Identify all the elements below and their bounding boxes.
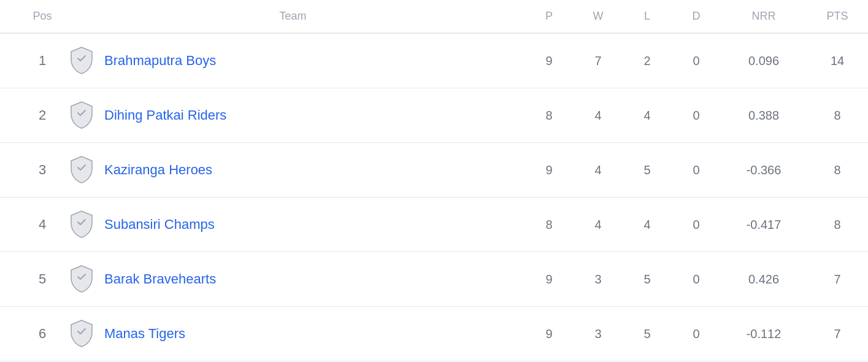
cell-w: 3 bbox=[574, 307, 623, 361]
team-name-link[interactable]: Dihing Patkai Riders bbox=[104, 107, 226, 123]
cell-l: 5 bbox=[623, 307, 672, 361]
cell-d: 0 bbox=[672, 307, 721, 361]
cell-team: Dihing Patkai Riders bbox=[61, 88, 524, 143]
cell-nrr: 0.096 bbox=[721, 33, 807, 88]
cell-pts: 7 bbox=[807, 307, 868, 361]
cell-d: 0 bbox=[672, 33, 721, 88]
cell-pos: 4 bbox=[0, 198, 61, 252]
cell-pos: 1 bbox=[0, 33, 61, 88]
cell-nrr: -0.417 bbox=[721, 198, 807, 252]
cell-l: 4 bbox=[623, 198, 672, 252]
cell-p: 9 bbox=[524, 307, 574, 361]
table-row: 2 Dihing Patkai Riders 8 4 4 0 0.388 8 bbox=[0, 88, 868, 143]
cell-d: 0 bbox=[672, 252, 721, 307]
cell-team: Manas Tigers bbox=[61, 307, 524, 361]
team-shield-icon bbox=[69, 210, 94, 239]
cell-p: 8 bbox=[524, 88, 574, 143]
header-pts: PTS bbox=[807, 0, 868, 33]
table-row: 6 Manas Tigers 9 3 5 0 -0.112 7 bbox=[0, 307, 868, 361]
cell-w: 7 bbox=[574, 33, 623, 88]
cell-pts: 8 bbox=[807, 88, 868, 143]
cell-p: 8 bbox=[524, 198, 574, 252]
team-shield-icon bbox=[69, 155, 94, 185]
team-shield-icon bbox=[69, 319, 94, 349]
cell-p: 9 bbox=[524, 33, 574, 88]
cell-nrr: -0.366 bbox=[721, 143, 807, 198]
cell-w: 3 bbox=[574, 252, 623, 307]
header-nrr: NRR bbox=[721, 0, 807, 33]
cell-pos: 6 bbox=[0, 307, 61, 361]
cell-p: 9 bbox=[524, 252, 574, 307]
cell-d: 0 bbox=[672, 198, 721, 252]
table-row: 4 Subansiri Champs 8 4 4 0 -0.417 8 bbox=[0, 198, 868, 252]
team-shield-icon bbox=[69, 264, 94, 294]
cell-p: 9 bbox=[524, 143, 574, 198]
cell-nrr: 0.388 bbox=[721, 88, 807, 143]
team-name-link[interactable]: Kaziranga Heroes bbox=[104, 162, 212, 178]
cell-w: 4 bbox=[574, 88, 623, 143]
header-w: W bbox=[574, 0, 623, 33]
cell-team: Subansiri Champs bbox=[61, 198, 524, 252]
cell-l: 2 bbox=[623, 33, 672, 88]
cell-l: 5 bbox=[623, 143, 672, 198]
team-name-link[interactable]: Barak Bravehearts bbox=[104, 271, 216, 287]
cell-pos: 3 bbox=[0, 143, 61, 198]
cell-team: Barak Bravehearts bbox=[61, 252, 524, 307]
team-shield-icon bbox=[69, 101, 94, 130]
cell-d: 0 bbox=[672, 143, 721, 198]
cell-pts: 7 bbox=[807, 252, 868, 307]
cell-pts: 8 bbox=[807, 143, 868, 198]
table-row: 5 Barak Bravehearts 9 3 5 0 0.426 7 bbox=[0, 252, 868, 307]
table-header-row: Pos Team P W L D NRR PTS bbox=[0, 0, 868, 33]
cell-pts: 8 bbox=[807, 198, 868, 252]
header-pos: Pos bbox=[0, 0, 61, 33]
team-name-link[interactable]: Subansiri Champs bbox=[104, 217, 215, 233]
header-l: L bbox=[623, 0, 672, 33]
cell-team: Brahmaputra Boys bbox=[61, 33, 524, 88]
cell-pos: 5 bbox=[0, 252, 61, 307]
table-row: 3 Kaziranga Heroes 9 4 5 0 -0.366 8 bbox=[0, 143, 868, 198]
team-shield-icon bbox=[69, 46, 94, 75]
header-team: Team bbox=[61, 0, 524, 33]
cell-l: 4 bbox=[623, 88, 672, 143]
cell-l: 5 bbox=[623, 252, 672, 307]
team-name-link[interactable]: Brahmaputra Boys bbox=[104, 53, 216, 69]
cell-w: 4 bbox=[574, 143, 623, 198]
cell-pts: 14 bbox=[807, 33, 868, 88]
table-row: 1 Brahmaputra Boys 9 7 2 0 0.096 14 bbox=[0, 33, 868, 88]
header-d: D bbox=[672, 0, 721, 33]
cell-d: 0 bbox=[672, 88, 721, 143]
cell-nrr: 0.426 bbox=[721, 252, 807, 307]
cell-team: Kaziranga Heroes bbox=[61, 143, 524, 198]
cell-w: 4 bbox=[574, 198, 623, 252]
cell-pos: 2 bbox=[0, 88, 61, 143]
team-name-link[interactable]: Manas Tigers bbox=[104, 326, 185, 342]
standings-table: Pos Team P W L D NRR PTS 1 Brahmaputra B… bbox=[0, 0, 868, 361]
header-p: P bbox=[524, 0, 574, 33]
cell-nrr: -0.112 bbox=[721, 307, 807, 361]
